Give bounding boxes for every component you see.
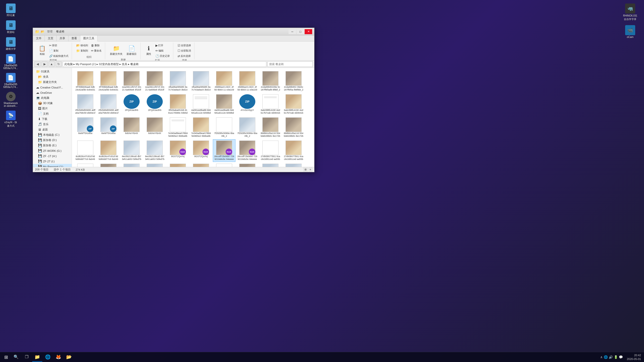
sidebar-item-zf-work[interactable]: 💾 ZF-WORK (G:) <box>33 148 72 153</box>
desktop-icon-3d[interactable]: 🖥 3D元素 <box>3 3 19 18</box>
history-button[interactable]: 🕐 历史记录 <box>154 54 171 59</box>
file-item[interactable]: 1fba98a095685 9a7c743a9ac9 3bd14df_2 <box>167 70 189 93</box>
sidebar-item-01jiaju[interactable]: 📁 01家具 <box>33 69 72 74</box>
task-view-button[interactable]: ❐ <box>22 353 32 362</box>
firefox-taskbar-button[interactable]: 🦊 <box>53 353 63 362</box>
file-item[interactable]: 8cd626c47c91d 8dbd66dd77c6 8a049ad2_2 <box>74 139 97 162</box>
up-button[interactable]: ▲ <box>49 61 55 67</box>
sidebar-item-desktop[interactable]: 🖥 桌面 <box>33 127 72 132</box>
file-item[interactable]: 7e340ad9ear0 f6b9fe69b5e2 0b6ba9b9_2 <box>190 116 212 139</box>
start-button[interactable]: ⊞ <box>1 353 11 362</box>
open-button[interactable]: ▶ 打开 <box>154 43 171 48</box>
sidebar-item-e-drive[interactable]: 💾 新加卷 (E:) <box>33 143 72 148</box>
select-all-button[interactable]: ☑ 全部选择 <box>176 43 192 48</box>
file-item[interactable]: ZIP 2PQrKsw3h5 <box>143 93 166 116</box>
file-item[interactable]: 7f29285c5090e 6bar9b_2 <box>213 116 235 139</box>
file-item[interactable]: 6xbXeYIlz4X <box>143 116 166 139</box>
file-item[interactable]: 67c2a6d498d2 371843650454 af84f562_2 <box>213 162 235 167</box>
other-app-taskbar-button[interactable]: 📂 <box>64 353 74 362</box>
desktop-icon-rhino[interactable]: 🦏 RHINO6.0完 全自学字库 <box>621 3 639 22</box>
file-item[interactable]: 4a091ee8ba8b b66581a5112e 6058bdeb_2 <box>213 93 235 116</box>
sidebar-item-creative-cloud[interactable]: ☁ Creative Cloud F... <box>33 85 72 90</box>
new-folder-button[interactable]: 📁 新建文件夹 <box>108 43 124 58</box>
view-thumbnails-button[interactable]: ⊞ <box>303 168 308 171</box>
sidebar-item-my-passport[interactable]: 💾 My Passport (J:) <box>33 164 72 167</box>
file-item[interactable]: 43rEJZPrmNb <box>97 162 120 167</box>
file-item[interactable]: 6xbXeYIlz4X <box>120 116 143 139</box>
desktop-icon-file1[interactable]: 📄 1fba98a095 6859a7c74... <box>3 53 19 71</box>
edit-button[interactable]: ✏ 编辑 <box>154 48 171 53</box>
copy-button[interactable]: 📄 复制 <box>48 48 70 53</box>
file-item[interactable]: 8b8bb1d3a116 554bdeb38b81 8e172bb3_2 <box>282 116 305 139</box>
sidebar-item-zf-2t[interactable]: 💾 ZF-2T (I:) <box>33 159 72 164</box>
file-item[interactable]: 62c5b3d02f008 9601f1defab8 43070603_2 <box>190 162 212 167</box>
file-area[interactable]: 0f789bb06aa6 bdb24c62af3b 0c84cb1b_2 0f7… <box>72 68 314 167</box>
file-item[interactable]: ZIP 2PQrKsw3h5 <box>120 93 143 116</box>
forward-button[interactable]: ▶ <box>42 61 48 67</box>
move-button[interactable]: 📂 移动到 <box>75 43 89 48</box>
file-item[interactable]: 2f92b89d55895 abffa5a758c59 eb83e1f_2 <box>97 93 120 116</box>
tray-icon-volume[interactable]: 🔊 <box>609 355 613 359</box>
file-item[interactable]: 0f789bbd6aa6 bdb24c62af3b 0c84cb1b_2 <box>97 70 120 93</box>
file-item[interactable]: 67c2a6d498d2 371843650454 af84f562_2 <box>236 162 259 167</box>
sidebar-item-c-drive[interactable]: 💾 本地磁盘 (C:) <box>33 132 72 138</box>
file-item[interactable]: 3f926aba651b8 d191e170589c 83b5dee_2 <box>167 93 189 116</box>
file-item[interactable]: 43rEJZPrmNb <box>74 162 97 167</box>
sidebar-item-zuoju[interactable]: 📂 坐具 <box>33 74 72 79</box>
sidebar-item-zf-1t[interactable]: 💾 ZF -1T (H:) <box>33 153 72 159</box>
copy-to-button[interactable]: 📁 复制到 <box>75 48 89 53</box>
file-item[interactable]: 2cda88b953 39e5c187ff9f3a f88f8bt_2 <box>282 70 305 93</box>
file-explorer-taskbar-button[interactable]: 📁 <box>32 353 42 362</box>
search-input[interactable] <box>267 61 313 67</box>
ribbon-tab-share[interactable]: 共享 <box>57 35 68 41</box>
file-item[interactable]: 27d93b577b51 0cac6c0d91ced aa55b357_2 <box>282 139 305 162</box>
desktop-icon-jianmo[interactable]: 🖥 建模大学 <box>3 36 19 52</box>
sidebar-item-new-folder[interactable]: 📁 新建文件夹 <box>33 79 72 85</box>
file-item[interactable]: ZIP 4YASzA5yyY <box>236 93 259 116</box>
new-item-button[interactable]: 📄 新建项目 <box>125 43 138 58</box>
tray-icon-msg[interactable]: 💬 <box>619 355 623 359</box>
chrome-taskbar-button[interactable]: 🌐 <box>43 353 53 362</box>
file-item[interactable]: 1ea26611f67cf 33121 6a906e8 3f1b3f1_2 <box>120 70 143 93</box>
file-item[interactable]: RAR 26ccdf72b06b0 7299210ebcbc 84eeee9_2 <box>236 139 259 162</box>
delete-button[interactable]: 🗑 删除 <box>90 43 103 48</box>
file-item[interactable]: 8cd626c47c91d 8dbd66dd77c6 8a049ad2_2 <box>97 139 120 162</box>
invert-selection-button[interactable]: ⇄ 反向选择 <box>176 54 192 59</box>
file-item[interactable]: 62c5b3d02f008 9601f1defab8 43070603_2 <box>167 162 189 167</box>
file-item[interactable]: RAR 8GSTZQvAxj <box>167 139 189 162</box>
select-none-button[interactable]: ☐ 全部取消 <box>176 48 192 53</box>
minimize-button[interactable]: ─ <box>289 29 296 34</box>
file-item[interactable]: 1fba98a095685 9a7c743a9ac9 3bd14df_2 <box>190 70 212 93</box>
desktop-icon-file2[interactable]: 📄 1fba98a095 6859a7c74... <box>3 72 19 89</box>
sidebar-item-documents[interactable]: 📄 文档 <box>33 111 72 116</box>
sidebar-item-music[interactable]: 🎵 音乐 <box>33 122 72 127</box>
file-item[interactable]: 27d93b577b51 0cac6c0d91ced aa55b357_2 <box>259 139 282 162</box>
ribbon-tab-view[interactable]: 查看 <box>68 35 80 41</box>
address-bar[interactable]: 此电脑 ▸ My Passport (J:) ▸ 02室内各类模型 ▸ 坐具 ▸… <box>63 61 266 67</box>
properties-button[interactable]: ℹ 属性 <box>144 43 154 58</box>
sidebar-item-pictures[interactable]: 🖼 图片 <box>33 106 72 111</box>
file-item[interactable]: 2b886ac0-c923 -4f56-9b93-11 e3e229b22a_2 <box>236 70 259 93</box>
file-item[interactable]: 8b8bb1d3a116 554bdeb38b81 8e172bb3_2 <box>259 116 282 139</box>
file-item[interactable]: 2cda88b95339e 5c187ff9f3af8 8f8bf_2 <box>259 70 282 93</box>
file-item[interactable]: 87rd7tHi6a <box>282 162 305 167</box>
cut-button[interactable]: ✂ 剪切 <box>48 43 70 48</box>
paste-button[interactable]: 📋 粘贴 <box>37 43 47 58</box>
close-button[interactable]: ✕ <box>305 29 312 34</box>
file-item[interactable]: 8ec0b2138ca5 db73efc1ab53 56fed7b6_2 <box>120 139 143 162</box>
file-item[interactable]: 53c806830ea7 060f1defab84 3070603_2 <box>143 162 166 167</box>
refresh-button[interactable]: ↻ <box>56 61 62 67</box>
tray-icon-network[interactable]: 🌐 <box>604 355 608 359</box>
sidebar-item-this-pc[interactable]: 💻 此电脑 <box>33 95 72 101</box>
ribbon-tab-picture-tools[interactable]: 图片工具 <box>80 35 98 41</box>
file-item[interactable]: 6a6cfd8fc4190 4edb17b7cab 4d3931be_2 <box>282 93 305 116</box>
file-item[interactable]: 1ea26611f67cf 33121 6a906e8 3f1b3f1_2 <box>143 70 166 93</box>
ribbon-tab-home[interactable]: 主页 <box>45 35 57 41</box>
file-item[interactable]: 6a6cfd8fc4190 4edb17b7cab 4d3931be_2 <box>259 93 282 116</box>
file-item[interactable]: 87rd7tHi6a <box>259 162 282 167</box>
tray-icon-chevron[interactable]: ∧ <box>600 355 603 359</box>
sidebar-item-downloads[interactable]: ⬇ 下载 <box>33 116 72 122</box>
file-item-selected[interactable]: RAR 26ccdf72b06b0 7299210ebcbc 84eeee9_2 <box>213 139 235 162</box>
file-item[interactable]: ZIP 6wWT5Xzd5a <box>97 116 120 139</box>
file-item[interactable]: RAR 8GSTZQvAxj <box>190 139 212 162</box>
